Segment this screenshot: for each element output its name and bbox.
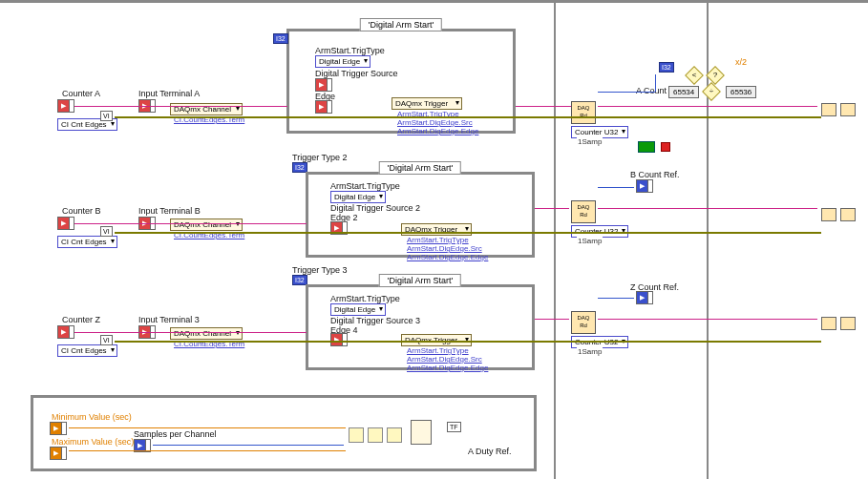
counter-a-label: Counter A <box>62 89 100 98</box>
wire-b-task-1 <box>74 223 307 224</box>
digital-edge-z[interactable]: Digital Edge <box>330 303 386 316</box>
daqmx-channel-z[interactable]: DAQmx Channel <box>170 327 243 340</box>
wire-a-count <box>598 92 655 93</box>
create-channel-z-vi: VI <box>100 335 113 345</box>
node-3 <box>387 427 402 443</box>
read-samp-a: 1Samp <box>577 137 603 146</box>
trig-prop-a2: ArmStart.DigEdge.Src <box>397 118 473 127</box>
x-over-2: x/2 <box>735 57 747 67</box>
armstart-trigtype-z-label: ArmStart.TrigType <box>330 294 400 303</box>
z-count-indicator: ▶ <box>636 291 653 304</box>
stop-a <box>661 142 670 152</box>
trig-prop-b3: ArmStart.DigEdge.Edge <box>407 253 488 261</box>
divide-op: ÷ <box>702 82 721 101</box>
bottom-op-nodes <box>349 427 402 443</box>
counter-b-control[interactable]: ▶ <box>57 217 74 230</box>
tf-const: TF <box>447 422 461 432</box>
wire-z-count <box>598 298 634 299</box>
daqmx-read-bottom <box>411 420 432 445</box>
read-samp-z: 1Samp <box>577 347 603 356</box>
trig-source-b-label: Digital Trigger Source 2 <box>330 203 420 213</box>
wire-a-task-1 <box>74 106 287 107</box>
trig-prop-b2: ArmStart.DigEdge.Src <box>407 244 482 253</box>
input-terminal-b-label: Input Terminal B <box>138 206 201 216</box>
trig-source-z-label: Digital Trigger Source 3 <box>330 316 420 325</box>
daqmx-read-b: DAQRd <box>571 200 596 223</box>
counter-z-label: Counter Z <box>62 315 100 324</box>
trig-prop-a3: ArmStart.DigEdge.Edge <box>397 127 478 135</box>
wire-b-task-2 <box>535 208 569 209</box>
b-count-label: B Count Ref. <box>630 170 680 179</box>
min-value-label: Minimum Value (sec) <box>52 412 132 422</box>
frame-z-title: 'Digital Arm Start' <box>379 274 461 287</box>
compare-op-1: < <box>685 66 704 85</box>
outer-top <box>0 0 868 3</box>
ci-cnt-edges-b[interactable]: CI Cnt Edges <box>57 236 117 248</box>
frame-a-title: 'Digital Arm Start' <box>360 18 442 31</box>
daqmx-trigger-a[interactable]: DAQmx Trigger <box>392 97 462 110</box>
duty-ref-label: A Duty Ref. <box>468 447 512 456</box>
wire-min <box>69 427 346 428</box>
counter-b-label: Counter B <box>62 206 101 216</box>
bool-const-a <box>638 141 655 153</box>
node-2 <box>368 427 383 443</box>
trig-source-a-control[interactable]: ▶ <box>315 78 332 92</box>
counter-a-control[interactable]: ▶ <box>57 99 74 113</box>
read-samp-b: 1Samp <box>577 237 603 245</box>
wire-z-error <box>115 341 821 343</box>
armstart-trigtype-a-label: ArmStart.TrigType <box>315 46 385 55</box>
seq-divider-1 <box>554 0 556 479</box>
compare-op-2: ? <box>706 66 725 85</box>
node-1 <box>349 427 364 443</box>
create-channel-b-vi: VI <box>100 226 113 237</box>
trigger-type-3-label: Trigger Type 3 <box>292 265 348 275</box>
wire-z-task-1 <box>74 332 307 333</box>
input-terminal-z-label: Input Terminal 3 <box>138 315 200 324</box>
a-count-val2: 65536 <box>726 86 756 98</box>
bottom-frame <box>31 395 537 471</box>
trig-prop-z1: ArmStart.TrigType <box>407 346 469 355</box>
daqmx-read-a: DAQRd <box>571 101 596 124</box>
clear-task-b <box>821 208 836 221</box>
clear-task-a <box>821 103 836 116</box>
trig-source-a-label: Digital Trigger Source <box>315 69 398 78</box>
ci-cnt-edges-z[interactable]: CI Cnt Edges <box>57 344 117 357</box>
armstart-trigtype-b-label: ArmStart.TrigType <box>330 181 400 191</box>
i32-const-top: I32 <box>659 62 674 73</box>
wire-b-count <box>598 187 634 188</box>
daqmx-channel-b[interactable]: DAQmx Channel <box>170 219 243 231</box>
clear-task-z <box>821 317 836 330</box>
trigger-type-2-label: Trigger Type 2 <box>292 153 348 162</box>
trig-prop-z2: ArmStart.DigEdge.Src <box>407 355 482 364</box>
trig-prop-z3: ArmStart.DigEdge.Edge <box>407 364 488 372</box>
edge-a-control[interactable]: ▶ <box>315 100 332 114</box>
frame-b-title: 'Digital Arm Start' <box>379 161 461 175</box>
samples-label: Samples per Channel <box>134 429 217 439</box>
a-count-val1: 65534 <box>668 86 699 98</box>
min-value-control[interactable]: ▶ <box>50 422 67 435</box>
error-out-b <box>840 208 856 221</box>
max-value-label: Maximum Value (sec) <box>52 437 134 447</box>
digital-edge-a[interactable]: Digital Edge <box>315 55 370 68</box>
daqmx-trigger-b[interactable]: DAQmx Trigger <box>401 223 472 236</box>
error-out-a <box>840 103 856 116</box>
daqmx-read-z: DAQRd <box>571 311 596 334</box>
wire-b-task-3 <box>598 208 817 209</box>
max-value-control[interactable]: ▶ <box>50 447 67 460</box>
b-count-indicator: ▶ <box>636 179 653 193</box>
wire-a-error <box>115 116 821 118</box>
counter-z-control[interactable]: ▶ <box>57 325 74 339</box>
i32-const-a: I32 <box>273 33 288 44</box>
error-out-z <box>840 317 856 330</box>
diagram-canvas: Counter A ▶ CI Cnt Edges Input Terminal … <box>0 0 868 479</box>
trig-prop-b1: ArmStart.TrigType <box>407 236 469 244</box>
wire-b-error <box>115 232 821 234</box>
edge-z-control[interactable]: ▶ <box>330 333 348 346</box>
wire-a-count-v <box>655 74 656 92</box>
wire-z-task-3 <box>598 319 817 320</box>
daqmx-channel-a[interactable]: DAQmx Channel <box>170 103 243 115</box>
wire-samples <box>153 445 344 446</box>
digital-edge-b[interactable]: Digital Edge <box>330 191 386 203</box>
wire-max <box>69 450 346 451</box>
wire-a-task-3 <box>598 106 817 107</box>
